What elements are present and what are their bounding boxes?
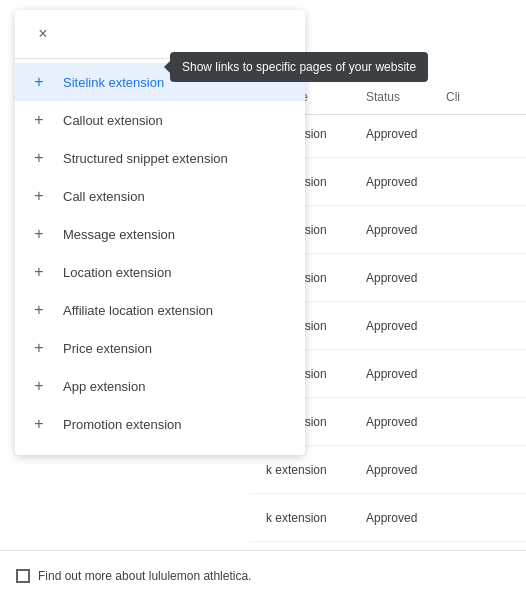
plus-icon: + bbox=[31, 149, 47, 167]
plus-icon: + bbox=[31, 377, 47, 395]
col-status-header: Status bbox=[366, 90, 446, 104]
menu-item-label: Message extension bbox=[63, 227, 175, 242]
table-row: k extension Approved bbox=[250, 494, 526, 542]
menu-item-label: Structured snippet extension bbox=[63, 151, 228, 166]
close-button[interactable]: × bbox=[31, 22, 55, 46]
menu-item-promotion[interactable]: + Promotion extension bbox=[15, 405, 305, 443]
menu-item-label: Callout extension bbox=[63, 113, 163, 128]
menu-item-label: App extension bbox=[63, 379, 145, 394]
menu-item-label: Call extension bbox=[63, 189, 145, 204]
bottom-bar-text: Find out more about lululemon athletica. bbox=[38, 569, 251, 583]
menu-item-price[interactable]: + Price extension bbox=[15, 329, 305, 367]
menu-item-label: Affiliate location extension bbox=[63, 303, 213, 318]
bottom-checkbox[interactable] bbox=[16, 569, 30, 583]
extension-menu-panel: × + Sitelink extension + Callout extensi… bbox=[15, 10, 305, 455]
menu-item-sitelink[interactable]: + Sitelink extension bbox=[15, 63, 305, 101]
menu-item-message[interactable]: + Message extension bbox=[15, 215, 305, 253]
plus-icon: + bbox=[31, 187, 47, 205]
plus-icon: + bbox=[31, 225, 47, 243]
menu-item-label: Sitelink extension bbox=[63, 75, 164, 90]
plus-icon: + bbox=[31, 73, 47, 91]
bottom-bar: Find out more about lululemon athletica. bbox=[0, 550, 526, 600]
menu-item-list: + Sitelink extension + Callout extension… bbox=[15, 59, 305, 447]
plus-icon: + bbox=[31, 339, 47, 357]
menu-item-label: Price extension bbox=[63, 341, 152, 356]
plus-icon: + bbox=[31, 415, 47, 433]
plus-icon: + bbox=[31, 301, 47, 319]
menu-item-label: Promotion extension bbox=[63, 417, 182, 432]
menu-item-label: Location extension bbox=[63, 265, 171, 280]
plus-icon: + bbox=[31, 111, 47, 129]
col-cli-header: Cli bbox=[446, 90, 460, 104]
menu-item-structured-snippet[interactable]: + Structured snippet extension bbox=[15, 139, 305, 177]
menu-item-location[interactable]: + Location extension bbox=[15, 253, 305, 291]
menu-item-call[interactable]: + Call extension bbox=[15, 177, 305, 215]
menu-item-app[interactable]: + App extension bbox=[15, 367, 305, 405]
menu-item-affiliate-location[interactable]: + Affiliate location extension bbox=[15, 291, 305, 329]
plus-icon: + bbox=[31, 263, 47, 281]
panel-header: × bbox=[15, 10, 305, 59]
menu-item-callout[interactable]: + Callout extension bbox=[15, 101, 305, 139]
